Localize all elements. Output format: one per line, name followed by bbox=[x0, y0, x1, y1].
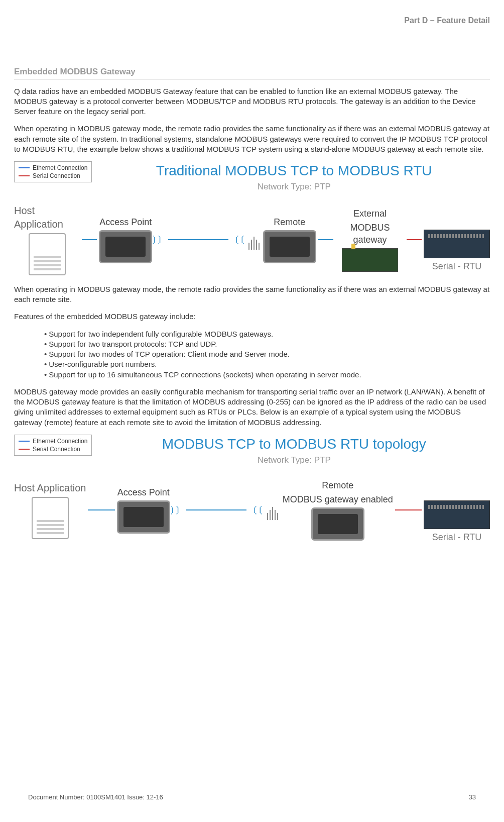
part-header: Part D – Feature Detail bbox=[14, 15, 490, 26]
bullet-item: Support for two modes of TCP operation: … bbox=[44, 349, 490, 359]
host-label: Host Application bbox=[14, 481, 86, 495]
antenna-icon bbox=[263, 500, 283, 520]
diagram1-subtitle: Network Type: PTP bbox=[98, 181, 490, 193]
wifi-icon: ⟮⟮ bbox=[233, 232, 244, 247]
serial-line-icon bbox=[19, 449, 30, 450]
wireless-link-icon bbox=[186, 505, 246, 515]
wifi-icon: ⟮⟮ bbox=[251, 502, 263, 518]
paragraph-2: When operating in MODBUS gateway mode, t… bbox=[14, 124, 490, 154]
access-point-label: Access Point bbox=[117, 486, 170, 498]
diagram-topology: Ethernet Connection Serial Connection MO… bbox=[14, 435, 490, 543]
section-title: Embedded MODBUS Gateway bbox=[14, 66, 490, 79]
paragraph-4: Features of the embedded MODBUS gateway … bbox=[14, 312, 490, 322]
serial-rtu-label: Serial - RTU bbox=[432, 531, 482, 543]
remote-radio-icon bbox=[263, 230, 316, 263]
remote-radio-icon bbox=[311, 507, 364, 541]
legend-ethernet: Ethernet Connection bbox=[33, 164, 87, 172]
bullet-item: Support for two independent fully config… bbox=[44, 329, 490, 339]
ext-gw-label-2: MODBUS gateway bbox=[335, 222, 405, 246]
remote-label: Remote bbox=[274, 216, 305, 228]
remote-label-2: MODBUS gateway enabled bbox=[283, 493, 393, 505]
serial-rtu-label: Serial - RTU bbox=[432, 260, 482, 272]
page-number: 33 bbox=[469, 793, 476, 802]
external-gateway-icon bbox=[342, 248, 398, 272]
paragraph-1: Q data radios have an embedded MODBUS Ga… bbox=[14, 86, 490, 117]
host-pc-icon bbox=[32, 497, 69, 539]
legend-serial: Serial Connection bbox=[33, 445, 80, 453]
ethernet-link-icon bbox=[82, 239, 97, 240]
rtu-device-icon bbox=[424, 230, 490, 258]
diagram1-title: Traditional MODBUS TCP to MODBUS RTU bbox=[98, 161, 490, 180]
wifi-icon: ⟯⟯ bbox=[152, 232, 163, 247]
access-point-label: Access Point bbox=[99, 216, 152, 228]
page-footer: Document Number: 0100SM1401 Issue: 12-16… bbox=[28, 793, 476, 802]
legend-ethernet: Ethernet Connection bbox=[33, 437, 87, 445]
bullet-item: User-configurable port numbers. bbox=[44, 359, 490, 369]
ethernet-link-icon bbox=[88, 509, 114, 510]
remote-label-1: Remote bbox=[322, 479, 353, 491]
wireless-link-icon bbox=[168, 235, 228, 245]
serial-link-icon bbox=[395, 509, 422, 510]
access-point-radio-icon bbox=[99, 230, 152, 263]
diagram2-subtitle: Network Type: PTP bbox=[98, 455, 490, 466]
diagram-traditional: Ethernet Connection Serial Connection Tr… bbox=[14, 161, 490, 275]
wifi-icon: ⟯⟯ bbox=[170, 502, 181, 518]
host-pc-icon bbox=[29, 233, 66, 275]
antenna-icon bbox=[244, 230, 263, 250]
ethernet-line-icon bbox=[19, 441, 30, 442]
serial-line-icon bbox=[19, 175, 30, 176]
legend-box: Ethernet Connection Serial Connection bbox=[14, 435, 92, 456]
paragraph-5: MODBUS gateway mode provides an easily c… bbox=[14, 387, 490, 428]
diagram2-title: MODBUS TCP to MODBUS RTU topology bbox=[98, 435, 490, 454]
legend-box: Ethernet Connection Serial Connection bbox=[14, 161, 92, 182]
paragraph-3: When operating in MODBUS gateway mode, t… bbox=[14, 284, 490, 305]
ext-gw-label-1: External bbox=[353, 208, 387, 220]
feature-bullets: Support for two independent fully config… bbox=[44, 329, 490, 380]
ethernet-line-icon bbox=[19, 167, 30, 168]
access-point-radio-icon bbox=[117, 500, 170, 534]
document-number: Document Number: 0100SM1401 Issue: 12-16 bbox=[28, 793, 163, 802]
ethernet-link-icon bbox=[318, 239, 333, 240]
serial-link-icon bbox=[407, 239, 422, 240]
bullet-item: Support for two transport protocols: TCP… bbox=[44, 339, 490, 349]
rtu-device-icon bbox=[424, 500, 490, 529]
host-label: Host Application bbox=[14, 204, 80, 231]
bullet-item: Support for up to 16 simultaneous TCP co… bbox=[44, 370, 490, 380]
legend-serial: Serial Connection bbox=[33, 172, 80, 180]
